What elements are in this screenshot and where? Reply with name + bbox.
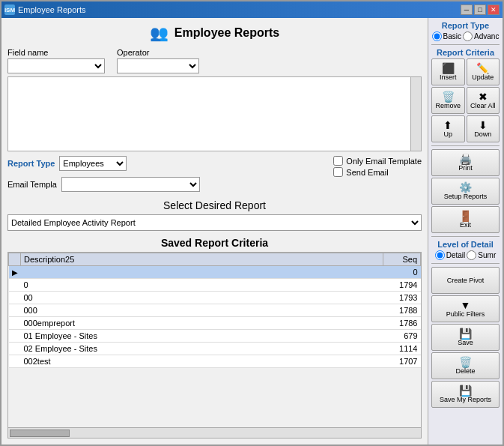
print-label: Print — [458, 164, 473, 172]
up-icon: ⬆ — [443, 120, 452, 130]
table-row[interactable]: 0 1794 — [9, 279, 421, 292]
table-row[interactable]: 002test 1707 — [9, 355, 421, 368]
update-label: Update — [472, 73, 494, 81]
exit-button[interactable]: 🚪 Exit — [431, 206, 500, 233]
criteria-buttons: ⬛ Insert ✏️ Update 🗑️ Remove ✖ Clear All… — [431, 58, 500, 142]
operator-label: Operator — [117, 48, 199, 57]
down-icon: ⬇ — [479, 120, 488, 130]
table-row-description[interactable]: 000empreport — [21, 317, 383, 330]
table-row-seq: 679 — [383, 330, 421, 343]
description-header: Description25 — [21, 253, 383, 266]
insert-icon: ⬛ — [442, 63, 455, 73]
report-dropdown-row: Detailed Employee Activity Report Summar… — [7, 214, 422, 231]
advanced-radio[interactable] — [463, 31, 473, 41]
criteria-scrollbar[interactable] — [410, 77, 421, 151]
table-row-description[interactable]: 01 Employee - Sites — [21, 330, 383, 343]
maximize-button[interactable]: □ — [474, 4, 486, 15]
summary-label: Sumr — [478, 251, 496, 259]
advanced-label: Advanc — [474, 32, 499, 40]
print-button[interactable]: 🖨️ Print — [431, 149, 500, 176]
clear-all-icon: ✖ — [479, 91, 488, 102]
save-button[interactable]: 💾 Save — [431, 324, 500, 351]
table-row[interactable]: 01 Employee - Sites 679 — [9, 330, 421, 343]
exit-icon: 🚪 — [459, 211, 472, 221]
level-detail-radio-row: Detail Sumr — [431, 250, 500, 260]
select-report-title: Select Desired Report — [7, 199, 422, 211]
delete-label: Delete — [455, 367, 475, 375]
table-row[interactable]: 00 1793 — [9, 292, 421, 304]
report-type-label: Report Type — [7, 159, 55, 168]
row-indicator — [9, 343, 21, 355]
table-row[interactable]: 02 Employee - Sites 1114 — [9, 343, 421, 355]
exit-label: Exit — [460, 221, 471, 229]
down-button[interactable]: ⬇ Down — [467, 115, 500, 142]
row-indicator — [9, 330, 21, 343]
window-controls: ─ □ ✕ — [461, 4, 500, 15]
email-template-select[interactable] — [61, 177, 200, 192]
table-row[interactable]: ▶ 0 — [9, 266, 421, 279]
field-name-group: Field name — [7, 48, 105, 73]
table-row-seq: 1114 — [383, 343, 421, 355]
table-row-description[interactable]: 00 — [21, 292, 383, 304]
report-type-select[interactable]: Employees Managers Departments — [59, 156, 127, 171]
summary-radio[interactable] — [467, 250, 476, 260]
save-my-icon: 💾 — [459, 385, 472, 396]
only-email-row: Only Email Template — [333, 156, 422, 166]
email-template-row: Email Templa — [7, 177, 200, 192]
level-of-detail-label: Level of Detail — [431, 240, 500, 249]
row-indicator — [9, 317, 21, 330]
up-label: Up — [443, 130, 452, 138]
send-email-checkbox[interactable] — [333, 167, 343, 177]
setup-reports-button[interactable]: ⚙️ Setup Reports — [431, 178, 500, 205]
create-pivot-button[interactable]: Create Pivot — [431, 267, 500, 294]
saved-criteria-table-container: Description25 Seq ▶ 0 0 1794 00 1793 000 — [7, 252, 422, 428]
report-type-row: Report Type Employees Managers Departmen… — [7, 156, 200, 171]
remove-icon: 🗑️ — [442, 91, 455, 102]
report-select[interactable]: Detailed Employee Activity Report Summar… — [7, 214, 422, 231]
save-my-reports-button[interactable]: 💾 Save My Reports — [431, 381, 500, 408]
row-indicator-header — [9, 253, 21, 266]
insert-button[interactable]: ⬛ Insert — [431, 58, 465, 85]
minimize-button[interactable]: ─ — [461, 4, 473, 15]
save-icon: 💾 — [459, 328, 472, 339]
remove-button[interactable]: 🗑️ Remove — [431, 87, 465, 114]
sidebar-report-type-label: Report Type — [431, 21, 500, 30]
field-name-select[interactable] — [7, 58, 105, 73]
close-button[interactable]: ✕ — [488, 4, 500, 15]
report-type-radio-row: Basic Advanc — [431, 31, 500, 41]
table-row-description[interactable]: 02 Employee - Sites — [21, 343, 383, 355]
table-row[interactable]: 000empreport 1786 — [9, 317, 421, 330]
public-filters-button[interactable]: ▼ Public Filters — [431, 295, 500, 322]
table-row-description[interactable]: 000 — [21, 304, 383, 317]
seq-header: Seq — [383, 253, 421, 266]
delete-button[interactable]: 🗑️ Delete — [431, 352, 500, 379]
detail-radio[interactable] — [435, 250, 445, 260]
people-icon: 👥 — [150, 24, 168, 42]
table-row[interactable]: 000 1788 — [9, 304, 421, 317]
send-email-row: Send Email — [333, 167, 422, 177]
table-row-description[interactable] — [21, 266, 383, 279]
main-panel: 👥 Employee Reports Field name Operator — [1, 18, 428, 445]
h-scrollbar-thumb[interactable] — [10, 430, 70, 437]
clear-all-button[interactable]: ✖ Clear All — [467, 87, 500, 114]
h-scrollbar[interactable] — [7, 428, 422, 439]
saved-criteria-table: Description25 Seq ▶ 0 0 1794 00 1793 000 — [8, 253, 421, 368]
main-window: ISM Employee Reports ─ □ ✕ 👥 Employee Re… — [0, 0, 504, 446]
operator-select[interactable] — [117, 58, 199, 73]
update-button[interactable]: ✏️ Update — [467, 58, 500, 85]
report-email-row: Report Type Employees Managers Departmen… — [7, 156, 422, 196]
row-indicator: ▶ — [9, 266, 21, 279]
up-button[interactable]: ⬆ Up — [431, 115, 465, 142]
table-row-description[interactable]: 0 — [21, 279, 383, 292]
table-row-seq: 1786 — [383, 317, 421, 330]
basic-radio[interactable] — [432, 31, 442, 41]
save-my-reports-label: Save My Reports — [440, 396, 491, 403]
create-pivot-label: Create Pivot — [447, 277, 485, 284]
remove-label: Remove — [435, 102, 461, 109]
only-email-checkbox[interactable] — [333, 156, 343, 166]
table-row-seq: 1788 — [383, 304, 421, 317]
table-row-description[interactable]: 002test — [21, 355, 383, 368]
clear-all-label: Clear All — [470, 102, 496, 109]
send-email-label: Send Email — [346, 168, 388, 177]
basic-label: Basic — [443, 32, 461, 40]
